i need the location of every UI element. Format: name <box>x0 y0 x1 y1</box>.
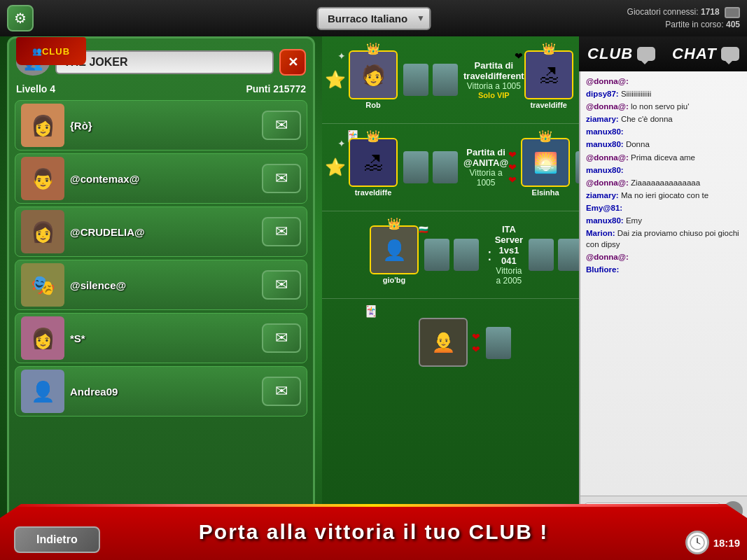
envelope-icon: ✉ <box>275 329 288 347</box>
player-name: traveldiffe <box>530 101 567 109</box>
crown-icon: 👑 <box>366 130 380 143</box>
crown-icon: 👑 <box>366 42 380 55</box>
back-button[interactable]: Indietro <box>14 526 100 553</box>
chat-username: ziamary: <box>586 191 619 200</box>
chat-message: manux80: Donna <box>586 139 741 150</box>
envelope-icon: ✉ <box>275 116 288 134</box>
list-item: 👤 Andrea09 ✉ <box>15 366 307 416</box>
chat-username: @donna@: <box>586 253 629 261</box>
club-banner-icon: 👥 <box>32 47 42 56</box>
games-label: Partite in corso: <box>665 20 723 29</box>
left-panel: 👥 CLUB 👥 ✕ Livello 4 Punti 215772 👩 {Rò}… <box>7 36 315 525</box>
mail-button[interactable]: ✉ <box>262 377 301 406</box>
chair-icon <box>424 239 449 271</box>
chat-message: @donna@: Ziaaaaaaaaaaaaaa <box>586 177 741 188</box>
chat-bubble-icon <box>721 47 739 61</box>
level-label: Livello 4 <box>16 83 55 94</box>
club-tab[interactable]: CLUB <box>579 39 664 69</box>
clock: 18:19 <box>685 531 740 554</box>
chat-message: ziamary: Ma no ieri giocato con te <box>586 190 741 201</box>
player-name: gio'bg <box>383 276 406 284</box>
chat-messages: @donna@: dipsy87: Siiiiiiiiiiiiii @donna… <box>580 71 747 496</box>
game-table-4[interactable]: 🃏 🧑‍🦲 ❤ ❤ <box>322 299 579 386</box>
member-name: @silence@ <box>70 279 256 291</box>
chat-tab[interactable]: CHAT <box>664 39 747 69</box>
level-bar: Livello 4 Punti 215772 <box>9 80 313 97</box>
players-count: 1718 <box>701 7 720 17</box>
player-name: Elsinha <box>532 188 559 197</box>
game-selector-wrapper: Burraco Italiano ▼ <box>316 7 431 30</box>
avatar: 👩 <box>21 316 64 360</box>
crown-icon: 👑 <box>542 42 556 55</box>
user-name-input[interactable] <box>55 50 274 74</box>
player-name: traveldiffe <box>355 188 392 197</box>
empty-seats <box>424 239 479 271</box>
player1: 👑 🏖 traveldiffe <box>349 138 398 197</box>
sparkle-icon: ✦ <box>337 50 346 62</box>
chat-username: manux80: <box>586 140 624 148</box>
player-photo: 🧑 <box>349 50 398 99</box>
game-title: Partita di traveldifferent <box>463 60 524 81</box>
game-badge: Solo VIP <box>463 91 524 99</box>
list-item: 👨 @contemax@ ✉ <box>15 153 307 204</box>
game-table-3[interactable]: 👑 🇧🇬 👤 gio'bg : ITA Server 1vs1 041 Vitt… <box>322 211 579 299</box>
chat-username: @donna@: <box>586 102 629 111</box>
player1: 🧑‍🦲 <box>419 318 468 368</box>
banner-text: Porta alla vittoria il tuo CLUB ! <box>199 520 548 544</box>
game-table-1[interactable]: ⭐ ✦ 👑 🧑 Rob Partita di traveldifferent V… <box>322 36 579 124</box>
player-photo: 👤 <box>370 225 419 274</box>
player2: 👑 ❤ 🏖 traveldiffe <box>524 50 573 109</box>
chair-icon <box>433 64 458 96</box>
chat-text: lo non servo piu' <box>631 102 689 111</box>
member-name: {Rò} <box>70 120 256 132</box>
game-table-2[interactable]: ⭐ ✦ 🃏 👑 🏖 traveldiffe Partita di @ANITA@… <box>322 124 579 211</box>
settings-button[interactable]: ⚙ <box>7 5 34 31</box>
game-select[interactable]: Burraco Italiano <box>316 7 431 30</box>
top-bar: ⚙ Burraco Italiano ▼ Giocatori connessi:… <box>0 0 747 36</box>
club-tab-label: CLUB <box>587 45 633 63</box>
player-photo: 🏖 <box>524 50 573 99</box>
chat-username: Blufiore: <box>586 265 619 274</box>
mail-button[interactable]: ✉ <box>262 217 301 246</box>
hearts: ❤ ❤ ❤ <box>508 149 517 186</box>
points-label: Punti 215772 <box>246 83 306 94</box>
game-info: Partita di @ANITA@ Vittoria a 1005 <box>463 147 508 188</box>
empty-seats <box>403 151 458 183</box>
mail-button[interactable]: ✉ <box>262 270 301 300</box>
server-stats: Giocatori connessi: 1718 Partite in cors… <box>627 6 740 31</box>
envelope-icon: ✉ <box>275 169 288 188</box>
chat-username: @donna@: <box>586 77 629 85</box>
list-item: 👩 @CRUDELIA@ ✉ <box>15 206 307 257</box>
member-name: @contemax@ <box>70 173 256 185</box>
list-item: 👩 {Rò} ✉ <box>15 100 307 150</box>
game-subtitle: Vittoria a 1005 <box>463 81 524 91</box>
empty-seats <box>403 64 458 96</box>
mail-button[interactable]: ✉ <box>262 111 301 140</box>
avatar: 👩 <box>21 104 64 147</box>
player-photo: 🧑‍🦲 <box>419 318 468 367</box>
chat-text: Siiiiiiiiiiiiii <box>621 90 651 98</box>
crown-icon: 👑 <box>387 217 401 230</box>
envelope-icon: ✉ <box>275 382 288 400</box>
club-banner-text: CLUB <box>42 46 70 57</box>
gear-icon: ⚙ <box>14 10 27 27</box>
games-count: 405 <box>726 20 740 29</box>
close-button[interactable]: ✕ <box>279 49 306 76</box>
chair-icon <box>529 239 554 271</box>
game-title: Partita di @ANITA@ <box>463 147 508 168</box>
list-item: 👩 *S* ✉ <box>15 313 307 363</box>
game-title: ITA Server 1vs1 041 <box>495 224 523 266</box>
players-label: Giocatori connessi: <box>627 7 699 17</box>
mail-button[interactable]: ✉ <box>262 323 301 353</box>
heart-icon: ❤ <box>515 50 523 62</box>
star-icon: ⭐ <box>325 158 346 177</box>
avatar: 👩 <box>21 210 64 253</box>
club-chat-header: CLUB CHAT <box>579 36 747 71</box>
clock-face <box>685 531 709 554</box>
star-icon: ⭐ <box>325 70 346 90</box>
chat-username: @donna@: <box>586 178 629 187</box>
player-photo: 🌅 <box>521 138 570 187</box>
ribbon: Porta alla vittoria il tuo CLUB ! <box>0 504 747 560</box>
mail-button[interactable]: ✉ <box>262 164 301 193</box>
card-icon: 🃏 <box>364 304 378 318</box>
